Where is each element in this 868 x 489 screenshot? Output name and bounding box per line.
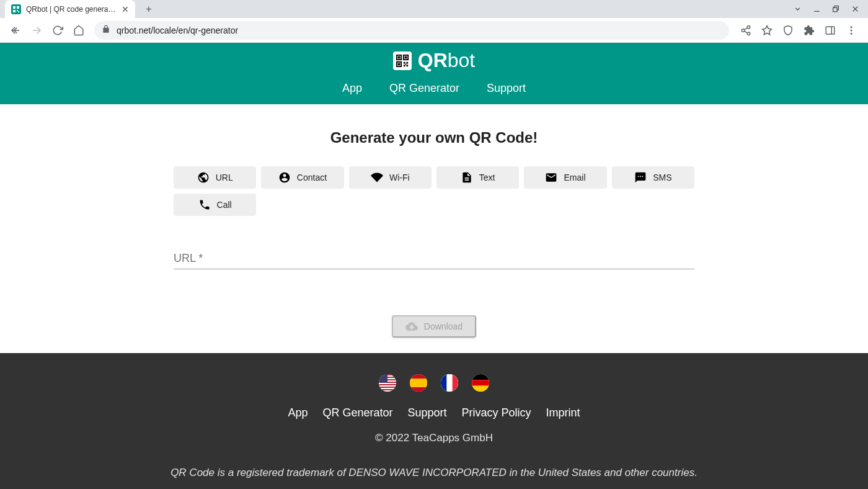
logo[interactable]: QRbot [393, 49, 475, 72]
svg-rect-3 [17, 10, 18, 11]
type-contact-button[interactable]: Contact [261, 166, 343, 189]
svg-rect-19 [826, 27, 835, 34]
svg-point-15 [747, 32, 750, 35]
bookmark-star-icon[interactable] [761, 25, 773, 36]
svg-point-13 [747, 25, 750, 29]
lock-icon [102, 25, 110, 35]
chevron-down-icon[interactable] [794, 5, 802, 13]
svg-rect-25 [397, 56, 400, 58]
type-url-button[interactable]: URL [174, 166, 256, 189]
svg-point-21 [851, 26, 852, 28]
type-text-button[interactable]: Text [436, 166, 519, 189]
flag-fr[interactable] [441, 374, 458, 392]
type-label: Wi-Fi [389, 173, 410, 182]
main-content: Generate your own QR Code! URL Contact W… [0, 104, 868, 338]
svg-rect-30 [404, 61, 405, 63]
share-icon[interactable] [740, 25, 751, 36]
shield-icon[interactable] [782, 25, 794, 36]
forward-icon [31, 25, 42, 36]
svg-rect-7 [833, 7, 838, 11]
close-window-icon[interactable] [851, 5, 859, 13]
extensions-icon[interactable] [804, 25, 815, 36]
svg-rect-0 [13, 6, 16, 9]
svg-rect-34 [405, 63, 406, 65]
type-label: Contact [297, 173, 327, 182]
download-label: Download [424, 321, 463, 331]
svg-rect-43 [379, 374, 388, 383]
url-field[interactable]: URL * [174, 252, 694, 269]
svg-rect-47 [441, 374, 446, 392]
minimize-icon[interactable] [813, 5, 821, 13]
window-controls [785, 0, 868, 18]
flag-de[interactable] [472, 374, 489, 392]
svg-rect-1 [17, 6, 19, 9]
type-label: URL [216, 173, 233, 182]
svg-rect-49 [472, 374, 489, 380]
maximize-icon[interactable] [832, 5, 840, 13]
footer: App QR Generator Support Privacy Policy … [0, 353, 868, 489]
back-icon[interactable] [10, 25, 21, 36]
header-nav: App QR Generator Support [342, 82, 526, 95]
type-label: Call [217, 200, 232, 210]
text-icon [461, 171, 473, 184]
reload-icon[interactable] [52, 25, 63, 36]
wifi-icon [371, 171, 383, 184]
svg-rect-33 [406, 65, 408, 66]
email-icon [545, 171, 557, 184]
language-flags [379, 374, 489, 392]
type-label: Email [564, 173, 585, 182]
qr-logo-icon [393, 52, 412, 70]
type-wifi-button[interactable]: Wi-Fi [349, 166, 432, 189]
type-sms-button[interactable]: SMS [612, 166, 694, 189]
type-email-button[interactable]: Email [524, 166, 606, 189]
svg-rect-51 [472, 386, 489, 392]
download-button[interactable]: Download [392, 315, 476, 338]
svg-rect-39 [379, 383, 396, 384]
svg-rect-42 [379, 390, 396, 392]
footer-link-privacy[interactable]: Privacy Policy [462, 406, 531, 419]
footer-link-qr-generator[interactable]: QR Generator [322, 406, 392, 419]
tab-title: QRbot | QR code generator [26, 5, 117, 14]
address-bar[interactable]: qrbot.net/locale/en/qr-generator [94, 21, 729, 40]
footer-link-imprint[interactable]: Imprint [546, 406, 580, 419]
svg-point-23 [851, 32, 852, 34]
svg-rect-27 [404, 56, 407, 58]
trademark-text: QR Code is a registered trademark of DEN… [170, 467, 698, 479]
svg-rect-45 [410, 379, 427, 387]
svg-rect-41 [379, 388, 396, 389]
nav-support[interactable]: Support [487, 82, 526, 95]
sidepanel-icon[interactable] [825, 25, 836, 36]
contact-icon [278, 171, 291, 184]
svg-line-17 [744, 27, 747, 29]
nav-qr-generator[interactable]: QR Generator [389, 82, 459, 95]
type-selector: URL Contact Wi-Fi Text Email SMS Call [174, 166, 694, 216]
globe-icon [197, 171, 210, 184]
menu-icon[interactable] [846, 25, 857, 36]
page-header: QRbot App QR Generator Support [0, 43, 868, 104]
svg-rect-48 [453, 374, 458, 392]
footer-link-app[interactable]: App [288, 406, 308, 419]
close-tab-icon[interactable]: ✕ [122, 4, 129, 14]
type-label: SMS [653, 173, 671, 182]
svg-point-14 [742, 29, 745, 32]
flag-us[interactable] [379, 374, 396, 392]
download-icon [405, 320, 418, 333]
home-icon[interactable] [73, 25, 84, 36]
svg-line-16 [744, 31, 747, 33]
svg-rect-32 [404, 65, 405, 66]
page-title: Generate your own QR Code! [330, 129, 538, 146]
new-tab-button[interactable]: + [140, 1, 157, 18]
nav-app[interactable]: App [342, 82, 362, 95]
svg-rect-31 [406, 61, 408, 63]
browser-toolbar: qrbot.net/locale/en/qr-generator [0, 18, 868, 43]
phone-icon [198, 199, 211, 211]
footer-nav: App QR Generator Support Privacy Policy … [288, 406, 580, 419]
url-label: URL * [174, 252, 203, 264]
type-call-button[interactable]: Call [174, 194, 256, 216]
url-text: qrbot.net/locale/en/qr-generator [117, 25, 238, 35]
flag-es[interactable] [410, 374, 427, 392]
svg-marker-18 [763, 25, 772, 34]
browser-tab[interactable]: QRbot | QR code generator ✕ [5, 0, 135, 18]
browser-tab-strip: QRbot | QR code generator ✕ + [0, 0, 868, 18]
footer-link-support[interactable]: Support [407, 406, 446, 419]
